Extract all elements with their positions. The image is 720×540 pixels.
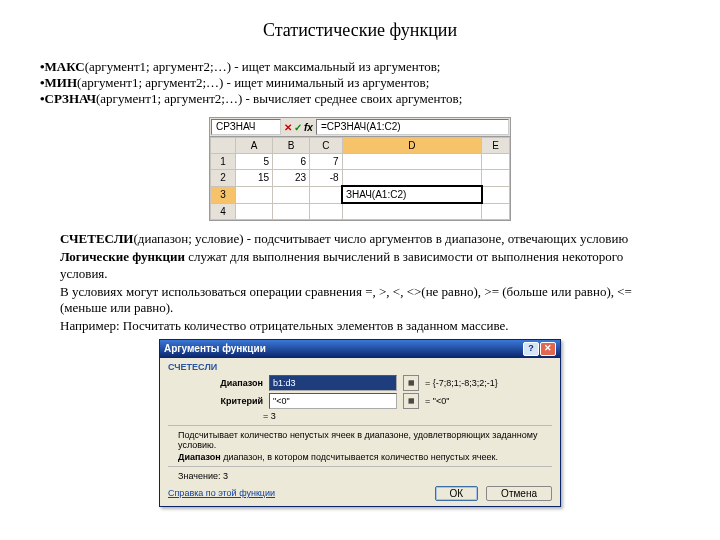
help-icon[interactable]: ? [523,342,539,356]
fn-args: (аргумент1; аргумент2;…) [96,91,242,106]
body-paragraph: Например: Посчитать количество отрицател… [40,318,680,334]
cell[interactable] [273,186,310,203]
cell[interactable]: -8 [310,170,342,187]
col-header[interactable]: C [310,138,342,154]
help-link[interactable]: Справка по этой функции [168,488,275,498]
confirm-icon[interactable]: ✓ [294,122,302,133]
fn-args: (аргумент1; аргумент2;…) [85,59,231,74]
row-header[interactable]: 3 [211,186,236,203]
cell[interactable] [482,154,510,170]
fn-desc: - ищет максимальный из аргументов; [231,59,440,74]
cell[interactable]: 7 [310,154,342,170]
cell[interactable] [482,203,510,220]
name-box[interactable]: СРЗНАЧ [211,119,281,135]
arg-input-range[interactable]: b1:d3 [269,375,397,391]
range-selector-icon[interactable]: ▦ [403,393,419,409]
table-row: 1 5 6 7 [211,154,510,170]
table-row: 3 ЗНАЧ(A1:C2) [211,186,510,203]
table-row: 4 [211,203,510,220]
function-bullets: МАКС(аргумент1; аргумент2;…) - ищет макс… [40,59,680,107]
fn-args: (аргумент1; аргумент2;…) [77,75,223,90]
fn-name: СЧЕТЕСЛИ [60,231,133,246]
cancel-button[interactable]: Отмена [486,486,552,501]
spreadsheet[interactable]: A B C D E 1 5 6 7 2 15 23 [210,137,510,220]
body-paragraph: В условиях могут использоваться операции… [40,284,680,317]
arg-label-range: Диапазон [208,378,263,388]
close-icon[interactable]: ✕ [540,342,556,356]
cell[interactable]: 5 [236,154,273,170]
formula-bar[interactable]: =СРЗНАЧ(A1:C2) [316,119,509,135]
cell[interactable] [342,203,482,220]
table-row: 2 15 23 -8 [211,170,510,187]
fn-name: МАКС [45,59,85,74]
arg-eval-criteria: = "<0" [425,396,449,406]
active-cell[interactable]: ЗНАЧ(A1:C2) [342,186,482,203]
excel-snippet: СРЗНАЧ ✕ ✓ fx =СРЗНАЧ(A1:C2) A B C D E [209,117,511,221]
cell[interactable] [236,186,273,203]
page-title: Статистические функции [40,20,680,41]
corner-cell[interactable] [211,138,236,154]
arg-label-criteria: Критерий [208,396,263,406]
cell[interactable] [342,154,482,170]
row-header[interactable]: 1 [211,154,236,170]
dialog-titlebar[interactable]: Аргументы функции ? ✕ [160,340,560,358]
cell[interactable] [342,170,482,187]
col-header[interactable]: A [236,138,273,154]
row-header[interactable]: 4 [211,203,236,220]
col-header[interactable]: D [342,138,482,154]
fn-desc: - вычисляет среднее своих аргументов; [242,91,462,106]
fn-name: СРЗНАЧ [45,91,96,106]
dialog-title-text: Аргументы функции [164,343,266,354]
dialog-function-name: СЧЕТЕСЛИ [168,362,552,372]
cell[interactable] [236,203,273,220]
cell[interactable] [482,170,510,187]
body-paragraph: СЧЕТЕСЛИ(диапазон; условие) - подсчитыва… [40,231,680,247]
dialog-description: Подсчитывает количество непустых ячеек в… [178,430,552,450]
arg-eval-range: = {-7;8;1;-8;3;2;-1} [425,378,498,388]
cell[interactable]: 23 [273,170,310,187]
cancel-icon[interactable]: ✕ [284,122,292,133]
fn-desc: - ищет минимальный из аргументов; [223,75,429,90]
fx-icon[interactable]: fx [304,122,313,133]
cell[interactable]: 6 [273,154,310,170]
dialog-arg-description: Диапазон диапазон, в котором подсчитывае… [178,452,552,462]
fn-name: МИН [45,75,78,90]
cell[interactable] [273,203,310,220]
col-header[interactable]: E [482,138,510,154]
cell[interactable] [310,186,342,203]
row-header[interactable]: 2 [211,170,236,187]
col-header[interactable]: B [273,138,310,154]
cell[interactable]: 15 [236,170,273,187]
dialog-value-label: Значение: 3 [178,471,552,481]
dialog-result-eq: = 3 [263,411,552,421]
body-paragraph: Логические функции служат для выполнения… [40,249,680,282]
range-selector-icon[interactable]: ▦ [403,375,419,391]
arg-input-criteria[interactable]: "<0" [269,393,397,409]
cell[interactable] [310,203,342,220]
cell[interactable] [482,186,510,203]
ok-button[interactable]: ОК [435,486,479,501]
function-arguments-dialog: Аргументы функции ? ✕ СЧЕТЕСЛИ Диапазон … [159,339,561,507]
